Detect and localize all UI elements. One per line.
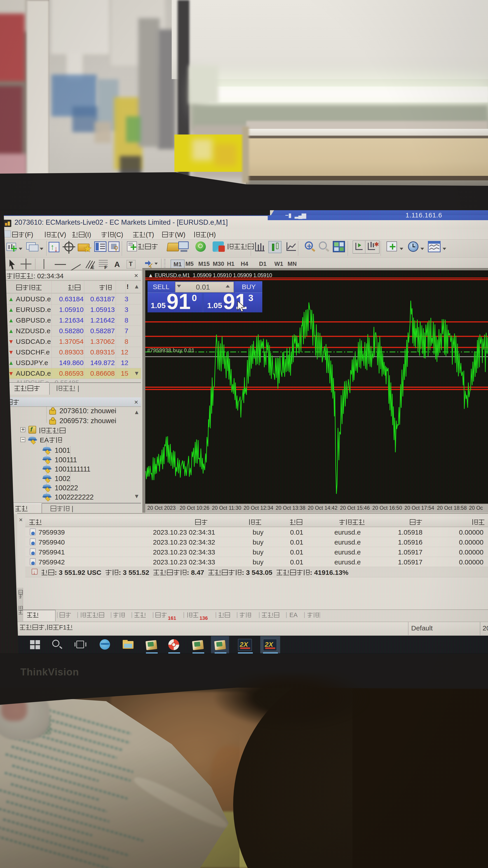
svg-text:E: E bbox=[91, 265, 94, 270]
